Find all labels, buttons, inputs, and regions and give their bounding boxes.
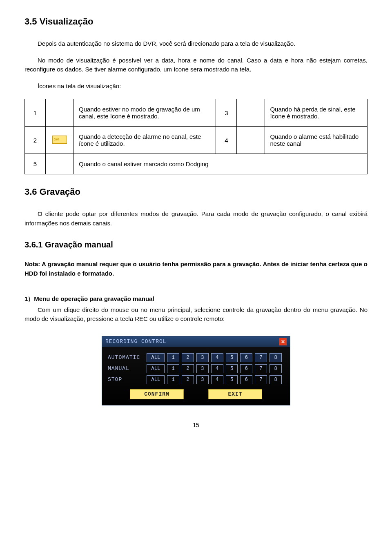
table-cell-number: 1: [25, 99, 46, 127]
stop-all-button[interactable]: ALL: [147, 375, 165, 384]
automatic-all-button[interactable]: ALL: [147, 353, 165, 362]
manual-ch-2[interactable]: 2: [182, 364, 194, 373]
automatic-ch-8[interactable]: 8: [270, 353, 282, 362]
stop-ch-6[interactable]: 6: [240, 375, 252, 384]
confirm-button[interactable]: CONFIRM: [130, 389, 184, 399]
table-cell-icon: [46, 127, 74, 154]
automatic-ch-2[interactable]: 2: [182, 353, 194, 362]
table-cell-desc: Quando o canal estiver marcado como Dodg…: [74, 154, 368, 174]
label-automatic: AUTOMATIC: [108, 354, 147, 361]
manual-ch-4[interactable]: 4: [211, 364, 223, 373]
note-text: Nota: A gravação manual requer que o usu…: [24, 260, 368, 278]
dialog-titlebar: RECORDING CONTROL ✕: [102, 336, 290, 347]
table-cell-number: 3: [216, 99, 237, 127]
automatic-ch-7[interactable]: 7: [255, 353, 267, 362]
stop-ch-7[interactable]: 7: [255, 375, 267, 384]
page-number: 15: [24, 422, 368, 428]
table-cell-icon: [237, 127, 265, 154]
heading-3-6-1: 3.6.1 Gravação manual: [24, 240, 368, 249]
manual-ch-3[interactable]: 3: [196, 364, 209, 373]
stop-ch-1[interactable]: 1: [167, 375, 179, 384]
row-manual: MANUAL ALL 1 2 3 4 5 6 7 8: [108, 364, 284, 373]
step-title: 1）Menu de operação para gravação manual: [24, 294, 368, 304]
table-cell-icon: [46, 154, 74, 174]
stop-ch-2[interactable]: 2: [182, 375, 194, 384]
table-cell-icon: [237, 99, 265, 127]
paragraph: Ícones na tela de visualização:: [24, 82, 368, 91]
table-cell-number: 5: [25, 154, 46, 174]
row-automatic: AUTOMATIC ALL 1 2 3 4 5 6 7 8: [108, 353, 284, 362]
automatic-ch-5[interactable]: 5: [226, 353, 238, 362]
stop-ch-5[interactable]: 5: [226, 375, 238, 384]
manual-ch-7[interactable]: 7: [255, 364, 267, 373]
manual-all-button[interactable]: ALL: [147, 364, 165, 373]
automatic-ch-3[interactable]: 3: [196, 353, 209, 362]
label-stop: STOP: [108, 376, 147, 383]
row-stop: STOP ALL 1 2 3 4 5 6 7 8: [108, 375, 284, 384]
paragraph: Com um clique direito do mouse ou no men…: [24, 305, 368, 324]
heading-3-6: 3.6 Gravação: [24, 187, 368, 197]
recording-control-dialog: RECORDING CONTROL ✕ AUTOMATIC ALL 1 2 3 …: [102, 336, 290, 405]
heading-3-5: 3.5 Visualização: [24, 16, 368, 27]
alarm-icon: [52, 136, 67, 144]
manual-ch-5[interactable]: 5: [226, 364, 238, 373]
paragraph: O cliente pode optar por diferentes modo…: [24, 209, 368, 228]
manual-ch-8[interactable]: 8: [270, 364, 282, 373]
table-cell-number: 2: [25, 127, 46, 154]
table-cell-desc: Quando há perda de sinal, este ícone é m…: [265, 99, 368, 127]
stop-ch-3[interactable]: 3: [196, 375, 209, 384]
automatic-ch-4[interactable]: 4: [211, 353, 223, 362]
automatic-ch-6[interactable]: 6: [240, 353, 252, 362]
table-cell-desc: Quando a detecção de alarme no canal, es…: [74, 127, 216, 154]
close-icon[interactable]: ✕: [279, 338, 287, 345]
paragraph: Depois da autenticação no sistema do DVR…: [24, 39, 368, 49]
stop-ch-8[interactable]: 8: [270, 375, 282, 384]
stop-ch-4[interactable]: 4: [211, 375, 223, 384]
manual-ch-6[interactable]: 6: [240, 364, 252, 373]
paragraph: No modo de visualização é possível ver a…: [24, 56, 368, 74]
exit-button[interactable]: EXIT: [208, 389, 262, 399]
table-cell-icon: [46, 99, 74, 127]
table-cell-desc: Quando estiver no modo de gravação de um…: [74, 99, 216, 127]
label-manual: MANUAL: [108, 365, 147, 372]
dialog-title: RECORDING CONTROL: [105, 338, 167, 345]
icons-table: 1 Quando estiver no modo de gravação de …: [24, 99, 368, 174]
automatic-ch-1[interactable]: 1: [167, 353, 179, 362]
table-cell-desc: Quando o alarme está habilitado neste ca…: [265, 127, 368, 154]
manual-ch-1[interactable]: 1: [167, 364, 179, 373]
table-cell-number: 4: [216, 127, 237, 154]
